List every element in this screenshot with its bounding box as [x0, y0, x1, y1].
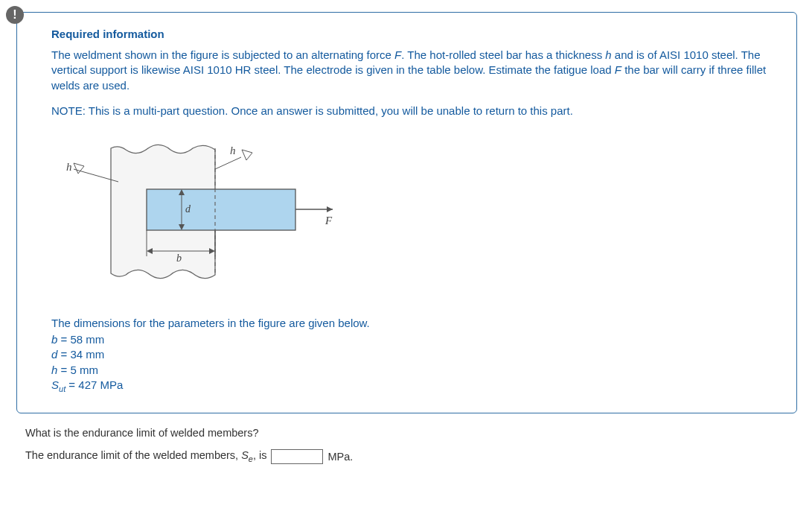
figure: F h h d b [51, 133, 780, 290]
label-F: F [325, 215, 333, 226]
label-h-right: h [230, 145, 236, 156]
answer-prefix: The endurance limit of the welded member… [25, 449, 266, 463]
endurance-limit-input[interactable] [271, 449, 323, 464]
svg-marker-5 [74, 163, 84, 174]
note-text: NOTE: This is a multi-part question. Onc… [51, 104, 780, 118]
dim-sut: Sut = 427 MPa [51, 378, 780, 395]
svg-marker-3 [327, 206, 333, 212]
label-d: d [185, 203, 191, 215]
dim-S-val: = 427 MPa [65, 378, 123, 391]
text: The weldment shown in the figure is subj… [51, 48, 394, 61]
var-h: h [605, 48, 611, 61]
dim-d: d = 34 mm [51, 347, 780, 362]
text: . The hot-rolled steel bar has a thickne… [401, 48, 605, 61]
weldment-diagram: F h h d b [51, 133, 349, 290]
label-b: b [176, 253, 182, 264]
required-title: Required information [51, 28, 780, 40]
svg-line-6 [215, 157, 241, 169]
dim-b: b = 58 mm [51, 332, 780, 347]
var-F2: F [615, 63, 621, 76]
label-h-left: h [66, 161, 72, 173]
question-text: What is the endurance limit of welded me… [25, 427, 797, 439]
alert-icon: ! [13, 8, 16, 22]
dim-S-sub: ut [59, 384, 65, 393]
dim-S-var: S [51, 378, 59, 391]
dim-h: h = 5 mm [51, 363, 780, 378]
var-F: F [394, 48, 401, 61]
text: is [256, 449, 267, 461]
problem-statement: The weldment shown in the figure is subj… [51, 48, 780, 93]
required-info-box: Required information The weldment shown … [16, 12, 797, 413]
var-Se-S: S [241, 449, 249, 461]
dim-b-val: = 58 mm [57, 333, 104, 346]
question-area: What is the endurance limit of welded me… [25, 427, 797, 464]
answer-line: The endurance limit of the welded member… [25, 449, 797, 464]
svg-rect-0 [147, 189, 295, 230]
answer-unit: MPa. [327, 451, 353, 463]
alert-badge: ! [6, 6, 24, 24]
dim-d-val: = 34 mm [57, 348, 104, 361]
dims-intro: The dimensions for the parameters in the… [51, 317, 780, 329]
text: The endurance limit of the welded member… [25, 449, 241, 461]
svg-marker-7 [242, 150, 252, 160]
dim-h-val: = 5 mm [57, 364, 98, 376]
